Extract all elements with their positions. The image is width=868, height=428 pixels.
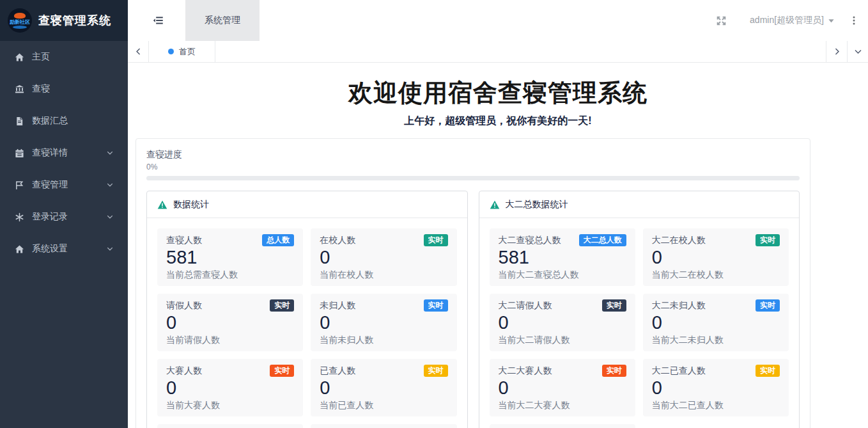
home-icon — [14, 244, 25, 255]
stat-card-badge: 实时 — [424, 234, 448, 246]
stat-card-badge: 实时 — [602, 299, 626, 312]
stat-card-caption: 当前大二在校人数 — [652, 269, 780, 280]
flag-icon — [14, 180, 25, 191]
sidebar-menu-item[interactable]: 查寝 — [0, 73, 128, 105]
stat-card-badge: 实时 — [424, 365, 448, 377]
stat-card-value: 0 — [166, 313, 294, 333]
caret-down-icon — [828, 17, 835, 24]
page-title: 欢迎使用宿舍查寝管理系统 — [128, 77, 868, 109]
stat-card-label: 大二查寝总人数 — [499, 235, 561, 246]
sidebar-menu-item[interactable]: 主页 — [0, 41, 128, 73]
app-title: 查寝管理系统 — [38, 13, 111, 28]
stat-card-badge: 总人数 — [262, 234, 294, 246]
chevron-left-icon[interactable] — [128, 41, 149, 62]
stat-card-caption: 当前大赛人数 — [166, 400, 294, 411]
user-label: admin[超级管理员] — [750, 15, 824, 26]
stat-panel: 数据统计 查寝人数 总人数 581 当前总需查寝人数 在校人数 实时 0 当前在… — [146, 191, 468, 428]
progress-percent: 0% — [146, 162, 800, 171]
stat-card-label: 大二大赛人数 — [499, 365, 552, 376]
sidebar-menu-item[interactable]: 系统设置 — [0, 233, 128, 265]
stat-card-label: 大二未归人数 — [652, 300, 706, 311]
calendar-icon — [14, 148, 25, 159]
stat-card-value: 0 — [499, 313, 626, 333]
stat-card-caption: 当前请假人数 — [166, 335, 294, 345]
chevron-down-icon[interactable] — [847, 41, 868, 62]
stat-card-badge: 大二总人数 — [579, 234, 626, 246]
stat-card-caption: 当前大二大赛人数 — [499, 400, 626, 411]
home-icon — [14, 52, 25, 63]
stat-card: 大二查寝总人数 大二总人数 581 当前大二查寝总人数 — [490, 228, 635, 286]
stat-card-label: 已查人数 — [320, 365, 355, 376]
user-dropdown[interactable]: admin[超级管理员] — [750, 15, 835, 26]
warning-triangle-icon — [490, 200, 500, 210]
stat-card-value: 0 — [499, 378, 626, 398]
stat-card-badge: 实时 — [602, 365, 626, 377]
chevron-down-icon — [106, 149, 114, 157]
stat-card-badge: 实时 — [756, 299, 780, 312]
stat-panel: 大二总数据统计 大二查寝总人数 大二总人数 581 当前大二查寝总人数 大二在校… — [479, 191, 800, 428]
sidebar-menu-item[interactable]: 登录记录 — [0, 201, 128, 233]
sidebar-menu: 主页 查寝 数据汇总 查寝详情 查寝管理 登录记录 — [0, 41, 128, 265]
content-column: 系统管理 admin[超级管理员] — [128, 0, 868, 428]
main-content: 欢迎使用宿舍查寝管理系统 上午好，超级管理员，祝你有美好的一天! 查寝进度 0%… — [128, 63, 868, 428]
stat-card-value: 0 — [652, 313, 780, 333]
sidebar-item-label: 系统设置 — [32, 243, 106, 255]
chevron-down-icon — [106, 213, 114, 221]
community-logo: 励新社区 — [8, 8, 32, 33]
stat-card: 大二已查人数 实时 0 当前大二已查人数 — [643, 359, 789, 416]
sidebar-menu-item[interactable]: 数据汇总 — [0, 105, 128, 137]
stat-card-value: 0 — [320, 248, 447, 267]
stat-card-badge: 实时 — [270, 365, 294, 377]
stat-card: 请假人数 实时 0 当前请假人数 — [157, 294, 303, 351]
stat-card-label: 大二请假人数 — [499, 300, 552, 311]
stat-panel-title: 大二总数据统计 — [506, 199, 568, 210]
stat-card-label: 未归人数 — [320, 300, 355, 311]
stat-card-caption: 当前大二查寝总人数 — [499, 269, 626, 280]
chevron-right-icon[interactable] — [826, 41, 847, 62]
top-header: 系统管理 admin[超级管理员] — [128, 0, 868, 41]
stat-card-value: 0 — [320, 313, 447, 333]
stat-card: 大二在校人数 实时 0 当前大二在校人数 — [643, 228, 789, 286]
stat-card: 未查人数 实时 581 — [157, 424, 303, 428]
collapse-sidebar-icon[interactable] — [150, 12, 167, 29]
active-tab-dot — [168, 49, 174, 54]
sidebar-item-label: 登录记录 — [32, 211, 106, 223]
sidebar-item-label: 数据汇总 — [32, 115, 114, 127]
stat-card-value: 581 — [166, 248, 294, 267]
tab-home[interactable]: 首页 — [149, 41, 215, 62]
stat-card: 当前时间 实时 — [311, 424, 456, 428]
stat-card-label: 请假人数 — [166, 300, 202, 311]
logo-text: 励新社区 — [10, 19, 30, 25]
sidebar-item-label: 查寝管理 — [32, 179, 106, 191]
chevron-down-icon — [106, 181, 114, 189]
logo-flame-icon — [14, 13, 26, 19]
top-nav-tab-system-management[interactable]: 系统管理 — [185, 0, 260, 41]
stat-card-label: 大二已查人数 — [652, 365, 706, 376]
stat-card-label: 在校人数 — [320, 235, 355, 246]
sidebar-menu-item[interactable]: 查寝管理 — [0, 169, 128, 201]
chevron-down-icon — [106, 245, 114, 253]
stat-card-value: 581 — [499, 248, 626, 267]
stat-panel-header: 数据统计 — [147, 191, 467, 218]
kebab-menu-icon[interactable] — [849, 15, 859, 26]
stat-card-caption: 当前在校人数 — [320, 269, 447, 280]
greeting-text: 上午好，超级管理员，祝你有美好的一天! — [128, 115, 868, 128]
app-root: 励新社区 查寝管理系统 主页 查寝 数据汇总 查寝详情 查寝管理 — [0, 0, 868, 428]
sidebar-menu-item[interactable]: 查寝详情 — [0, 137, 128, 169]
stat-card-badge: 实时 — [424, 299, 448, 312]
stat-card-caption: 当前总需查寝人数 — [166, 269, 294, 280]
stat-card: 大二未归人数 实时 0 当前大二未归人数 — [643, 294, 789, 351]
sidebar-item-label: 查寝详情 — [32, 147, 106, 159]
stat-card-caption: 当前已查人数 — [320, 400, 447, 411]
sidebar: 励新社区 查寝管理系统 主页 查寝 数据汇总 查寝详情 查寝管理 — [0, 0, 128, 428]
bank-icon — [14, 84, 25, 95]
stat-card: 已查人数 实时 0 当前已查人数 — [311, 359, 456, 416]
fullscreen-icon[interactable] — [716, 15, 727, 26]
progress-label: 查寝进度 — [146, 149, 800, 161]
stat-card: 大二大赛人数 实时 0 当前大二大赛人数 — [490, 359, 635, 416]
stat-card-badge: 实时 — [270, 299, 294, 312]
dashboard-card: 查寝进度 0% 数据统计 查寝人数 总人数 581 当前总需查寝人数 — [136, 138, 810, 428]
document-icon — [14, 116, 25, 127]
stat-card: 查寝人数 总人数 581 当前总需查寝人数 — [157, 228, 303, 286]
stat-card-label: 大二在校人数 — [652, 235, 706, 246]
